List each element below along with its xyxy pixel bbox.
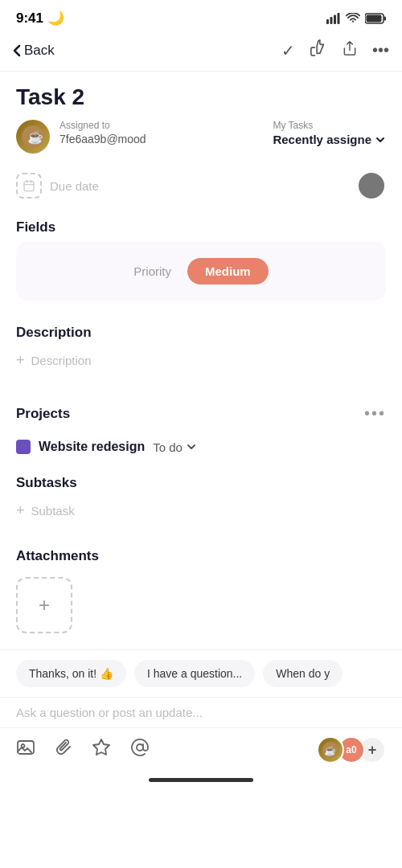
due-date-button[interactable] — [16, 173, 42, 199]
project-name: Website redesign — [39, 440, 145, 454]
project-row: Website redesign To do — [16, 435, 386, 467]
add-subtask-label: Subtask — [31, 504, 75, 518]
assigned-info: Assigned to 7fe6aa9b@mood — [59, 120, 146, 145]
wifi-icon — [346, 13, 360, 24]
priority-badge[interactable]: Medium — [187, 258, 269, 285]
toolbar-avatar-user: ☕ — [317, 736, 344, 764]
subtask-plus-icon: + — [16, 502, 25, 519]
home-bar — [149, 778, 253, 782]
svg-rect-5 — [367, 14, 382, 22]
more-button[interactable]: ••• — [372, 41, 389, 59]
mention-button[interactable] — [130, 738, 150, 762]
nav-actions: ✓ ••• — [281, 39, 389, 61]
signal-icon — [326, 13, 341, 24]
star-button[interactable] — [92, 738, 111, 762]
project-chevron-down-icon — [186, 441, 197, 452]
add-description-label: Description — [31, 354, 92, 367]
svg-rect-2 — [334, 14, 336, 24]
thumbs-up-button[interactable] — [310, 39, 327, 61]
description-section-header: Description — [16, 317, 386, 347]
add-subtask-button[interactable]: + Subtask — [16, 497, 386, 524]
status-time: 9:41 🌙 — [16, 10, 64, 27]
add-attachment-button[interactable]: + — [16, 577, 72, 633]
user-avatar-bubble — [357, 171, 386, 200]
project-status-text: To do — [153, 440, 183, 454]
projects-more-button[interactable]: ••• — [364, 404, 386, 423]
fields-section-header: Fields — [16, 211, 386, 242]
content: Task 2 ☕ Assigned to 7fe6aa9b@mood My Ta… — [0, 72, 402, 649]
status-icons — [326, 13, 386, 24]
toolbar-avatars: ☕ a0 + — [323, 736, 386, 764]
project-color-dot — [16, 440, 31, 454]
svg-rect-3 — [338, 13, 340, 24]
svg-text:☕: ☕ — [324, 744, 336, 756]
svg-text:☕: ☕ — [27, 129, 43, 145]
due-date-row: Due date — [16, 165, 386, 211]
nav-bar: Back ✓ ••• — [0, 33, 402, 72]
battery-icon — [365, 13, 386, 24]
back-button[interactable]: Back — [13, 43, 55, 59]
svg-rect-1 — [330, 17, 333, 24]
share-button[interactable] — [342, 39, 358, 61]
quick-reply-2[interactable]: When do y — [263, 660, 343, 687]
project-status-dropdown[interactable]: To do — [153, 440, 197, 454]
assigned-label: Assigned to — [59, 120, 146, 131]
subtasks-section: Subtasks + Subtask — [16, 467, 386, 524]
attach-button[interactable] — [55, 738, 72, 762]
assignment-row: ☕ Assigned to 7fe6aa9b@mood My Tasks Rec… — [16, 120, 386, 165]
my-tasks-section: My Tasks Recently assigne — [273, 120, 386, 146]
svg-rect-6 — [384, 16, 387, 20]
task-title: Task 2 — [16, 72, 386, 120]
home-indicator — [0, 772, 402, 785]
attachments-section-header: Attachments — [16, 540, 386, 571]
comment-placeholder[interactable]: Ask a question or post an update... — [16, 706, 386, 719]
svg-rect-9 — [24, 182, 34, 191]
comment-input-row: Ask a question or post an update... — [0, 697, 402, 727]
subtasks-section-header: Subtasks — [16, 467, 386, 497]
projects-header-row: Projects ••• — [16, 390, 386, 435]
priority-label: Priority — [133, 264, 171, 278]
my-tasks-label: My Tasks — [273, 120, 313, 131]
description-section: Description + Description — [16, 317, 386, 374]
my-tasks-dropdown[interactable]: Recently assigne — [273, 133, 386, 146]
check-button[interactable]: ✓ — [281, 41, 295, 60]
quick-replies: Thanks, on it! 👍 I have a question... Wh… — [0, 649, 402, 697]
add-description-button[interactable]: + Description — [16, 347, 386, 374]
bottom-toolbar: ☕ a0 + — [0, 727, 402, 772]
quick-reply-1[interactable]: I have a question... — [134, 660, 255, 687]
avatar: ☕ — [16, 120, 50, 154]
quick-reply-0[interactable]: Thanks, on it! 👍 — [16, 660, 126, 687]
back-label: Back — [24, 43, 55, 59]
my-tasks-value-text: Recently assigne — [273, 133, 371, 146]
svg-point-12 — [137, 744, 143, 751]
chevron-down-icon — [375, 134, 386, 145]
due-date-placeholder: Due date — [50, 179, 99, 193]
plus-icon: + — [16, 352, 25, 369]
assigned-email: 7fe6aa9b@mood — [59, 133, 146, 145]
projects-section: Projects ••• Website redesign To do — [16, 390, 386, 467]
svg-rect-0 — [326, 19, 329, 24]
projects-section-header: Projects — [16, 398, 70, 428]
fields-section: Priority Medium — [16, 242, 386, 301]
attachments-section: Attachments + — [16, 540, 386, 633]
status-bar: 9:41 🌙 — [0, 0, 402, 33]
photo-button[interactable] — [16, 738, 35, 762]
